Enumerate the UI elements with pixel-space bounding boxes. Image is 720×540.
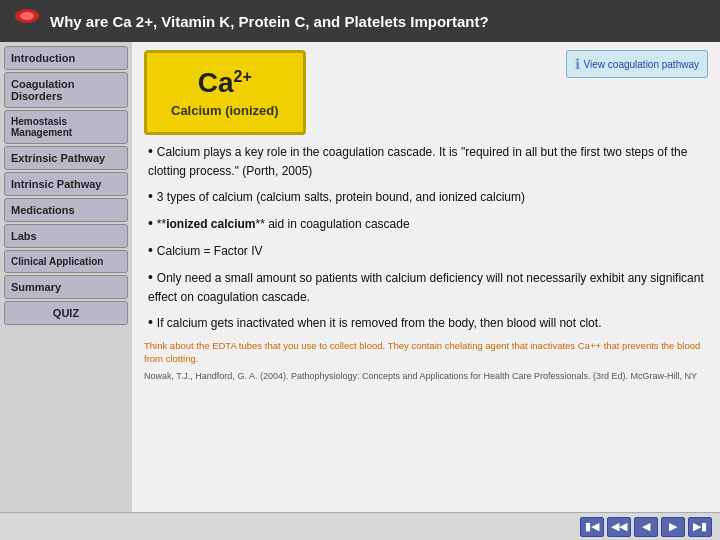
sidebar-item-clinical-application[interactable]: Clinical Application bbox=[4, 250, 128, 273]
nav-last-button[interactable]: ▶▮ bbox=[688, 517, 712, 537]
header-icon bbox=[12, 6, 42, 36]
bullet-4: Calcium = Factor IV bbox=[144, 240, 708, 261]
view-link-text: View coagulation pathway bbox=[584, 59, 699, 70]
nav-prev-button[interactable]: ◀ bbox=[634, 517, 658, 537]
ionized-calcium-bold: ionized calcium bbox=[166, 217, 255, 231]
citation: Nowak, T.J., Handford, G. A. (2004). Pat… bbox=[144, 370, 708, 384]
footnote: Think about the EDTA tubes that you use … bbox=[144, 339, 708, 366]
main-content: Ca2+ Calcium (ionized) ℹ View coagulatio… bbox=[132, 42, 720, 512]
top-area: Ca2+ Calcium (ionized) ℹ View coagulatio… bbox=[144, 50, 708, 135]
sidebar: Introduction Coagulation Disorders Hemos… bbox=[0, 42, 132, 512]
nav-prev-section-button[interactable]: ◀◀ bbox=[607, 517, 631, 537]
bullet-3: **ionized calcium** aid in coagulation c… bbox=[144, 213, 708, 234]
sidebar-item-introduction[interactable]: Introduction bbox=[4, 46, 128, 70]
header: Why are Ca 2+, Vitamin K, Protein C, and… bbox=[0, 0, 720, 42]
ca-label: Calcium (ionized) bbox=[171, 103, 279, 118]
sidebar-item-intrinsic-pathway[interactable]: Intrinsic Pathway bbox=[4, 172, 128, 196]
bullet-5: Only need a small amount so patients wit… bbox=[144, 267, 708, 306]
bullet-section: Calcium plays a key role in the coagulat… bbox=[144, 141, 708, 383]
sidebar-item-quiz[interactable]: QUIZ bbox=[4, 301, 128, 325]
ca-box: Ca2+ Calcium (ionized) bbox=[144, 50, 306, 135]
sidebar-item-extrinsic-pathway[interactable]: Extrinsic Pathway bbox=[4, 146, 128, 170]
sidebar-item-hemostasis-management[interactable]: Hemostasis Management bbox=[4, 110, 128, 144]
sidebar-item-medications[interactable]: Medications bbox=[4, 198, 128, 222]
ca-superscript: 2+ bbox=[234, 68, 252, 85]
bullet-1: Calcium plays a key role in the coagulat… bbox=[144, 141, 708, 180]
svg-point-1 bbox=[20, 12, 34, 20]
nav-next-button[interactable]: ▶ bbox=[661, 517, 685, 537]
sidebar-item-coagulation-disorders[interactable]: Coagulation Disorders bbox=[4, 72, 128, 108]
nav-first-button[interactable]: ▮◀ bbox=[580, 517, 604, 537]
app-container: Why are Ca 2+, Vitamin K, Protein C, and… bbox=[0, 0, 720, 540]
ca-formula: Ca2+ bbox=[171, 67, 279, 99]
bullet-2: 3 types of calcium (calcium salts, prote… bbox=[144, 186, 708, 207]
sidebar-item-labs[interactable]: Labs bbox=[4, 224, 128, 248]
header-title: Why are Ca 2+, Vitamin K, Protein C, and… bbox=[50, 13, 489, 30]
footer: ▮◀ ◀◀ ◀ ▶ ▶▮ bbox=[0, 512, 720, 540]
body: Introduction Coagulation Disorders Hemos… bbox=[0, 42, 720, 512]
view-coagulation-link[interactable]: ℹ View coagulation pathway bbox=[566, 50, 708, 78]
sidebar-item-summary[interactable]: Summary bbox=[4, 275, 128, 299]
bullet-6: If calcium gets inactivated when it is r… bbox=[144, 312, 708, 333]
info-icon: ℹ bbox=[575, 56, 580, 72]
